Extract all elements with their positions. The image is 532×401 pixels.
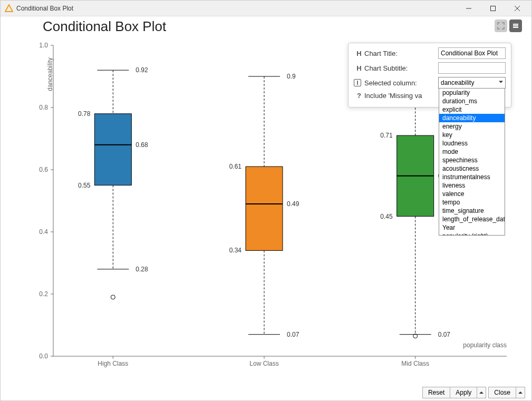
content-area: Conditional Box Plot 0.00.20.40.60.81.0d… <box>1 16 531 385</box>
svg-text:0.34: 0.34 <box>229 247 242 254</box>
svg-text:0.9: 0.9 <box>287 73 296 80</box>
dropdown-option[interactable]: loudness <box>439 139 505 148</box>
dropdown-option[interactable]: popularity (right) <box>439 232 505 236</box>
chevron-down-icon <box>498 79 504 87</box>
dropdown-option[interactable]: key <box>439 131 505 139</box>
dropdown-option[interactable]: speechiness <box>439 156 505 164</box>
svg-text:0.28: 0.28 <box>136 266 148 273</box>
dropdown-option[interactable]: Year <box>439 223 505 232</box>
svg-text:0.92: 0.92 <box>136 66 148 74</box>
dropdown-option[interactable]: duration_ms <box>439 97 505 105</box>
svg-text:0.4: 0.4 <box>39 228 48 236</box>
svg-marker-66 <box>479 392 483 394</box>
dropdown-option[interactable]: danceability <box>439 114 505 122</box>
svg-text:Low Class: Low Class <box>249 360 278 367</box>
svg-text:0.0: 0.0 <box>39 353 48 360</box>
dropdown-option[interactable]: mode <box>439 148 505 156</box>
dropdown-option[interactable]: tempo <box>439 198 505 207</box>
dropdown-option[interactable]: valence <box>439 190 505 198</box>
include-missing-label: Include 'Missing va <box>364 92 422 100</box>
svg-point-30 <box>111 295 115 299</box>
selected-column-value: danceability <box>441 79 474 86</box>
dropdown-option[interactable]: length_of_release_date <box>439 215 505 223</box>
svg-text:danceability: danceability <box>46 57 54 91</box>
chart-subtitle-input[interactable] <box>438 62 506 74</box>
svg-text:0.07: 0.07 <box>438 331 451 338</box>
svg-text:popularity class: popularity class <box>463 341 507 349</box>
dropdown-option[interactable]: instrumentalness <box>439 173 505 181</box>
column-dropdown-list[interactable]: popularityduration_msexplicitdanceabilit… <box>439 88 505 236</box>
chart-subtitle-label: Chart Subtitle: <box>364 64 438 72</box>
app-window: Conditional Box Plot Conditional Box Plo… <box>0 0 532 401</box>
h-icon: H <box>354 64 364 72</box>
svg-text:0.45: 0.45 <box>380 213 393 220</box>
close-button[interactable]: Close <box>488 387 516 398</box>
selected-column-label: Selected column: <box>364 79 438 87</box>
svg-marker-67 <box>518 392 523 394</box>
svg-text:0.71: 0.71 <box>380 132 393 139</box>
dropdown-option[interactable]: liveness <box>439 181 505 190</box>
h-icon: H <box>354 50 364 57</box>
svg-text:0.6: 0.6 <box>39 166 48 173</box>
window-title: Conditional Box Plot <box>16 5 457 12</box>
titlebar: Conditional Box Plot <box>1 1 531 16</box>
svg-marker-0 <box>5 5 13 12</box>
dropdown-option[interactable]: explicit <box>439 105 505 114</box>
reset-button[interactable]: Reset <box>422 387 450 398</box>
svg-text:1.0: 1.0 <box>39 42 48 49</box>
selected-column-dropdown[interactable]: danceability popularityduration_msexplic… <box>438 77 506 89</box>
close-menu-button[interactable] <box>516 387 525 398</box>
svg-text:0.07: 0.07 <box>287 331 299 338</box>
svg-marker-65 <box>499 81 503 83</box>
maximize-button[interactable] <box>481 1 505 16</box>
svg-text:0.78: 0.78 <box>78 110 91 118</box>
close-window-button[interactable] <box>505 1 529 16</box>
chart-settings-panel: H Chart Title: H Chart Subtitle: I Selec… <box>348 43 511 107</box>
apply-menu-button[interactable] <box>477 387 486 398</box>
apply-button[interactable]: Apply <box>450 387 477 398</box>
svg-rect-28 <box>94 114 131 185</box>
chart-title-label: Chart Title: <box>364 50 438 57</box>
svg-text:0.8: 0.8 <box>39 104 48 111</box>
chart-title-input[interactable] <box>438 47 506 59</box>
dialog-footer: Reset Apply Close <box>1 385 531 400</box>
dropdown-option[interactable]: time_signature <box>439 207 505 215</box>
svg-text:High Class: High Class <box>98 360 128 367</box>
question-icon: ? <box>354 92 364 100</box>
svg-rect-42 <box>246 167 283 250</box>
minimize-button[interactable] <box>457 1 481 16</box>
dropdown-option[interactable]: energy <box>439 122 505 131</box>
dropdown-option[interactable]: popularity <box>439 89 505 97</box>
svg-text:0.61: 0.61 <box>229 163 242 170</box>
svg-text:0.68: 0.68 <box>136 141 148 149</box>
svg-text:Mid Class: Mid Class <box>401 360 429 367</box>
dropdown-option[interactable]: acousticness <box>439 164 505 173</box>
svg-rect-2 <box>491 6 496 11</box>
app-icon <box>5 4 13 13</box>
svg-text:0.2: 0.2 <box>39 290 48 298</box>
svg-text:0.55: 0.55 <box>78 182 91 189</box>
svg-text:0.49: 0.49 <box>287 200 299 208</box>
column-icon: I <box>354 79 361 86</box>
